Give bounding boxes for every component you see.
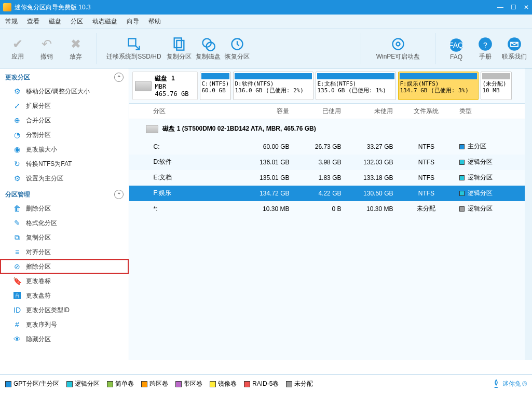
sidebar-item-label: 移动分区/调整分区大小 (26, 87, 90, 96)
copy-partition-button[interactable]: 复制分区 (167, 36, 192, 61)
partition-block[interactable]: F:娱乐(NTFS)134.7 GB (已使用: 3%) (398, 72, 479, 100)
menu-disk[interactable]: 磁盘 (49, 17, 61, 26)
contact-button[interactable]: 联系我们 (502, 36, 527, 61)
sidebar-item-serial[interactable]: #更改序列号 (0, 317, 129, 332)
menu-help[interactable]: 帮助 (148, 17, 161, 26)
sidebar-item-gear[interactable]: ⚙设置为主分区 (0, 171, 129, 186)
sidebar-item-label: 分割分区 (26, 131, 51, 139)
expand-icon: ⤢ (12, 101, 22, 110)
sidebar-item-trash[interactable]: 🗑删除分区 (0, 201, 129, 216)
svg-rect-1 (174, 38, 182, 48)
svg-point-7 (397, 43, 400, 46)
sidebar-item-id[interactable]: ID更改分区类型ID (0, 303, 129, 317)
partition-block[interactable]: C:(NTFS)60.0 GB (200, 72, 231, 100)
disk-icon (135, 81, 152, 91)
legend-item: 简单卷 (107, 380, 134, 388)
svg-point-6 (393, 39, 404, 50)
migrate-icon (127, 36, 141, 52)
recover-partition-button[interactable]: 恢复分区 (225, 36, 250, 61)
sidebar-item-label: 设置为主分区 (26, 174, 63, 183)
sidebar-item-align[interactable]: ≡对齐分区 (0, 245, 129, 259)
faq-icon: FAQ (449, 37, 463, 53)
sidebar-item-tag[interactable]: 🔖更改卷标 (0, 274, 129, 288)
sidebar-item-hide[interactable]: 👁隐藏分区 (0, 332, 129, 346)
gear-icon: ⚙ (12, 174, 22, 183)
align-icon: ≡ (12, 247, 22, 257)
partition-row[interactable]: C: 60.00 GB 26.73 GB 33.27 GB NTFS 主分区 (129, 139, 525, 155)
sidebar-item-expand[interactable]: ⤢扩展分区 (0, 99, 129, 113)
faq-button[interactable]: FAQ FAQ (444, 36, 469, 61)
disk-map: 磁盘 1 MBR 465.76 GB C:(NTFS)60.0 GBD:软件(N… (129, 68, 525, 104)
partition-block[interactable]: D:软件(NTFS)136.0 GB (已使用: 2%) (233, 72, 313, 100)
copy-icon: ⧉ (12, 233, 22, 242)
sidebar-item-split[interactable]: ◔分割分区 (0, 128, 129, 142)
cluster-icon: ◉ (12, 145, 22, 154)
disc-icon (391, 36, 405, 52)
menu-view[interactable]: 查看 (27, 17, 39, 26)
svg-text:?: ? (483, 41, 487, 49)
letter-icon: 🅰 (12, 291, 22, 300)
sidebar-item-label: 更改序列号 (26, 320, 57, 329)
discard-button[interactable]: ✖ 放弃 (63, 36, 88, 61)
copy-disk-button[interactable]: 复制磁盘 (196, 36, 221, 61)
collapse-icon[interactable]: ⌃ (114, 73, 124, 82)
merge-icon: ⊕ (12, 116, 22, 125)
sidebar-item-label: 格式化分区 (26, 219, 57, 228)
collapse-icon[interactable]: ⌃ (114, 190, 124, 199)
partition-row[interactable]: E:文档 135.01 GB 1.83 GB 133.18 GB NTFS 逻辑… (129, 170, 525, 186)
col-type[interactable]: 类型 (457, 107, 521, 116)
sidebar-item-cluster[interactable]: ◉更改簇大小 (0, 142, 129, 157)
menu-wizard[interactable]: 向导 (127, 17, 139, 26)
sidebar-item-erase[interactable]: ⊘擦除分区 (0, 259, 129, 274)
hide-icon: 👁 (12, 334, 22, 344)
undo-button[interactable]: ↶ 撤销 (34, 36, 59, 61)
legend-item: 跨区卷 (141, 380, 168, 388)
partition-block[interactable]: E:文档(NTFS)135.0 GB (已使用: 1%) (316, 72, 396, 100)
split-icon: ◔ (12, 130, 22, 139)
winpe-button[interactable]: WinPE可启动盘 (370, 36, 427, 61)
svg-point-12 (508, 37, 521, 51)
sidebar-group-manage[interactable]: 分区管理 ⌃ (0, 186, 129, 201)
sidebar-item-letter[interactable]: 🅰更改盘符 (0, 288, 129, 303)
disk-icon (146, 125, 158, 133)
disk-info[interactable]: 磁盘 1 MBR 465.76 GB (132, 72, 198, 100)
title-bar: 迷你兔分区向导免费版 10.3 — ☐ ✕ (0, 0, 532, 15)
legend-item: 镜像卷 (210, 380, 237, 388)
col-used[interactable]: 已使用 (291, 107, 343, 116)
col-partition[interactable]: 分区 (151, 107, 229, 116)
sidebar-item-copy[interactable]: ⧉复制分区 (0, 230, 129, 245)
grid-header: 分区 容量 已使用 未使用 文件系统 类型 (129, 104, 525, 119)
brand-logo: 迷你兔® (491, 379, 527, 389)
minimize-button[interactable]: — (497, 4, 503, 11)
main-panel: 磁盘 1 MBR 465.76 GB C:(NTFS)60.0 GBD:软件(N… (129, 68, 525, 360)
sidebar-item-label: 更改卷标 (26, 277, 51, 286)
pencil-icon: ✎ (12, 218, 22, 228)
col-capacity[interactable]: 容量 (229, 107, 291, 116)
apply-button[interactable]: ✔ 应用 (5, 36, 30, 61)
sidebar-item-pencil[interactable]: ✎格式化分区 (0, 216, 129, 230)
partition-block[interactable]: (未分配)10 MB (481, 72, 512, 100)
window-title: 迷你兔分区向导免费版 10.3 (15, 3, 497, 12)
sidebar-item-label: 对齐分区 (26, 248, 51, 257)
menu-general[interactable]: 常规 (5, 17, 18, 26)
col-free[interactable]: 未使用 (343, 107, 395, 116)
sidebar-item-merge[interactable]: ⊕合并分区 (0, 113, 129, 128)
close-button[interactable]: ✕ (524, 4, 529, 11)
partition-row[interactable]: D:软件 136.01 GB 3.98 GB 132.03 GB NTFS 逻辑… (129, 155, 525, 170)
sidebar-item-label: 合并分区 (26, 116, 51, 125)
manual-button[interactable]: ? 手册 (473, 36, 498, 61)
migrate-os-button[interactable]: 迁移系统到SSD/HD (105, 36, 162, 61)
disk-row[interactable]: 磁盘 1 (ST500DM0 02-1BD142 ATA, MBR, 465.7… (129, 119, 525, 139)
sidebar-item-label: 更改盘符 (26, 291, 51, 300)
sidebar-item-label: 扩展分区 (26, 102, 51, 110)
scrollbar[interactable] (525, 68, 532, 360)
maximize-button[interactable]: ☐ (511, 4, 516, 11)
menu-dynamic-disk[interactable]: 动态磁盘 (92, 17, 117, 26)
partition-row[interactable]: F:娱乐 134.72 GB 4.22 GB 130.50 GB NTFS 逻辑… (129, 186, 525, 201)
menu-partition[interactable]: 分区 (71, 17, 83, 26)
sidebar-item-sliders[interactable]: ⚙移动分区/调整分区大小 (0, 84, 129, 99)
partition-row[interactable]: *: 10.30 MB 0 B 10.30 MB 未分配 逻辑分区 (129, 201, 525, 217)
sidebar-item-convert[interactable]: ↻转换NTFS为FAT (0, 157, 129, 171)
col-filesystem[interactable]: 文件系统 (395, 107, 457, 116)
sidebar-group-modify[interactable]: 更改分区 ⌃ (0, 68, 129, 84)
